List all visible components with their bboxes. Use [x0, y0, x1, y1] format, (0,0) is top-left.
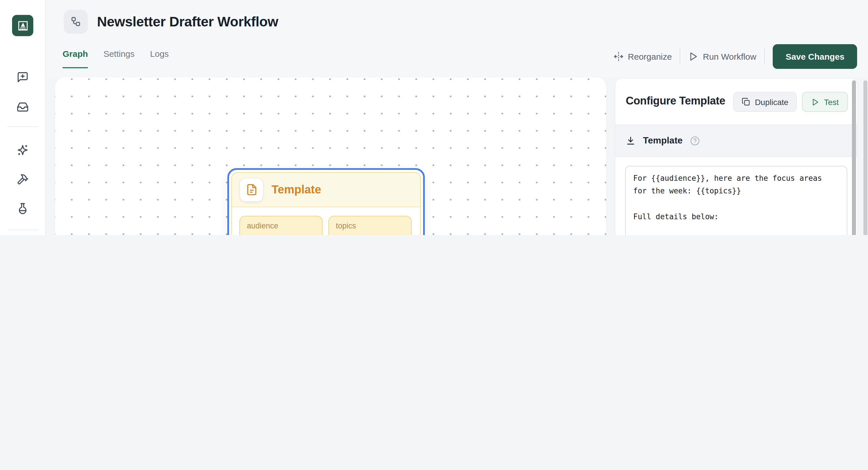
divider [764, 48, 765, 64]
logo-mark-icon [16, 19, 30, 32]
sparkles-icon [17, 144, 29, 156]
node-header[interactable]: Template [232, 173, 420, 207]
param-chip-topics[interactable]: topics → topics [329, 216, 412, 235]
download-icon [626, 136, 636, 146]
help-icon[interactable] [690, 136, 700, 146]
page-title: Newsletter Drafter Workflow [97, 14, 278, 30]
tab-bar: Graph Settings Logs [63, 49, 169, 68]
template-section-header[interactable]: Template [615, 125, 857, 157]
topbar: Newsletter Drafter Workflow Graph Settin… [46, 0, 868, 77]
run-workflow-label: Run Workflow [703, 51, 756, 61]
app-logo[interactable] [12, 15, 33, 36]
flask-icon [17, 202, 29, 214]
config-panel-header: Configure Template Duplicate Test [615, 79, 857, 125]
node-params: audience → audience topics → topics 7vqk… [239, 216, 413, 235]
hammer-icon [17, 173, 29, 185]
workflow-title-chip [64, 10, 88, 34]
inbox-icon [17, 101, 29, 113]
file-text-icon [240, 178, 263, 201]
node-title: Template [272, 183, 321, 196]
template-input[interactable]: For {{audience}}, here are the focus are… [625, 166, 847, 235]
template-node[interactable]: + Template audience → audience [227, 168, 425, 235]
test-button[interactable]: Test [802, 92, 848, 112]
run-workflow-button[interactable]: Run Workflow [689, 51, 756, 61]
tab-graph[interactable]: Graph [63, 49, 88, 68]
divider [680, 48, 681, 64]
config-panel-title: Configure Template [626, 95, 725, 107]
param-chip-audience[interactable]: audience → audience [239, 216, 322, 235]
sidebar-divider [7, 126, 38, 127]
duplicate-button[interactable]: Duplicate [733, 92, 797, 112]
tab-settings[interactable]: Settings [103, 49, 134, 68]
play-icon [811, 98, 819, 106]
sidebar-item-inbox[interactable] [11, 95, 34, 118]
app-root: A Newsletter Drafter Workflow Graph Sett… [0, 0, 868, 235]
template-section-title: Template [643, 135, 683, 146]
sidebar-item-ai[interactable] [11, 138, 34, 161]
message-plus-icon [17, 71, 29, 83]
node-body: audience → audience topics → topics 7vqk… [232, 207, 420, 235]
node-card: Template audience → audience topics → to… [231, 172, 421, 235]
header-actions: Reorganize Run Workflow Save Changes [613, 43, 857, 69]
reorganize-label: Reorganize [628, 51, 672, 61]
test-label: Test [824, 97, 839, 106]
sidebar-divider [7, 229, 38, 230]
template-section-body: For {{audience}}, here are the focus are… [615, 157, 857, 235]
config-panel: Configure Template Duplicate Test Templa… [615, 79, 857, 235]
sidebar-item-experiments[interactable] [11, 197, 34, 220]
sidebar-item-tools[interactable] [11, 167, 34, 190]
panel-scrollbar[interactable] [852, 80, 856, 235]
copy-icon [742, 98, 750, 106]
save-changes-button[interactable]: Save Changes [773, 44, 857, 69]
reorganize-button[interactable]: Reorganize [613, 51, 672, 61]
workflow-icon [70, 16, 82, 28]
tab-logs[interactable]: Logs [150, 49, 169, 68]
unfold-horizontal-icon [613, 51, 623, 61]
duplicate-label: Duplicate [755, 97, 788, 106]
sidebar: A [0, 0, 46, 235]
workflow-canvas[interactable]: + + Template audience → audience [55, 77, 606, 235]
page-scrollbar[interactable] [863, 80, 867, 235]
play-icon [689, 51, 699, 61]
sidebar-item-chat[interactable] [11, 65, 34, 88]
